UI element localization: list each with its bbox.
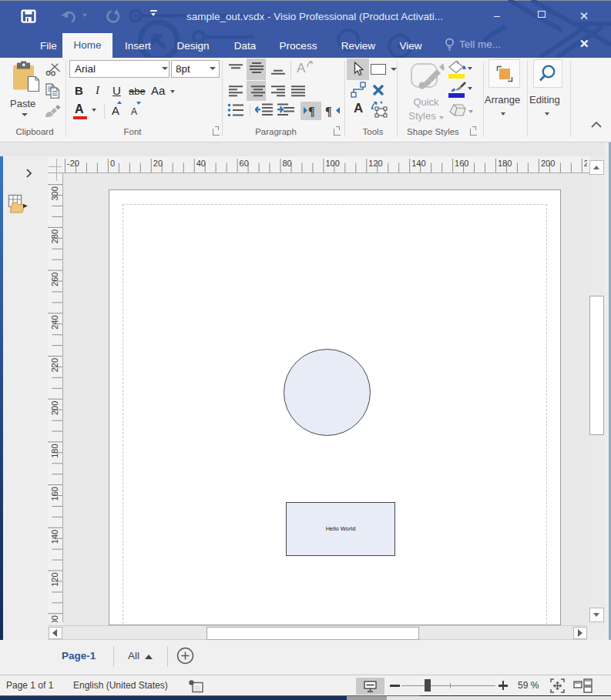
svg-text:200: 200 [541,159,555,168]
svg-text:¶: ¶ [325,105,332,117]
svg-text:140: 140 [411,159,425,168]
svg-text:160: 160 [50,487,59,501]
svg-text:140: 140 [50,530,59,544]
svg-text:220: 220 [584,159,587,168]
svg-text:280: 280 [50,229,59,243]
svg-text:160: 160 [455,159,468,168]
svg-text:200: 200 [50,401,59,415]
svg-text:240: 240 [50,315,59,329]
svg-text:180: 180 [498,159,512,168]
svg-text:300: 300 [50,186,59,200]
svg-text:0: 0 [110,159,115,168]
svg-text:60: 60 [240,159,249,168]
svg-text:100: 100 [325,159,339,168]
svg-text:100: 100 [50,615,59,622]
svg-text:220: 220 [50,358,59,372]
svg-text:260: 260 [50,273,59,286]
svg-text:20: 20 [153,159,163,168]
svg-text:120: 120 [50,573,59,587]
svg-text:40: 40 [196,159,206,168]
svg-text:180: 180 [50,444,59,457]
svg-text:120: 120 [368,159,382,168]
svg-text:80: 80 [283,159,292,168]
svg-text:¶: ¶ [308,105,315,117]
svg-text:-20: -20 [67,159,79,168]
